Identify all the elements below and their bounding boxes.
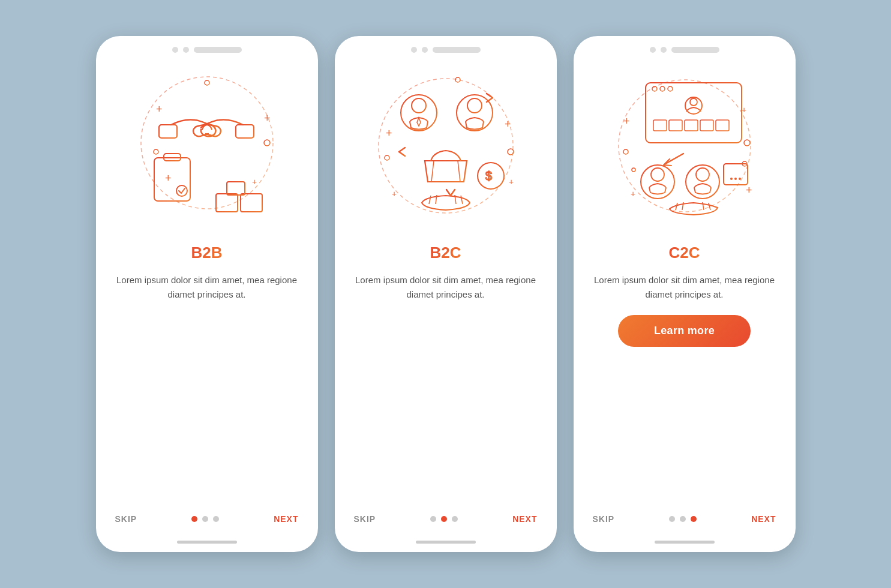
svg-text:+: + xyxy=(165,172,172,184)
status-bar xyxy=(194,47,242,53)
b2b-skip[interactable]: SKIP xyxy=(115,514,137,524)
learn-more-button[interactable]: Learn more xyxy=(618,315,751,347)
svg-line-87 xyxy=(682,202,683,210)
svg-text:+: + xyxy=(742,105,746,115)
status-dot-1 xyxy=(650,47,656,53)
b2c-dot-3 xyxy=(452,516,458,522)
b2c-next[interactable]: NEXT xyxy=(512,514,537,524)
b2b-dot-1 xyxy=(191,516,197,522)
svg-point-0 xyxy=(141,77,273,209)
svg-point-33 xyxy=(385,155,389,160)
svg-text:+: + xyxy=(264,112,271,124)
c2c-dot-2 xyxy=(680,516,686,522)
svg-rect-61 xyxy=(646,83,742,143)
b2c-illustration: + + + + xyxy=(362,65,530,233)
svg-line-51 xyxy=(461,196,463,204)
svg-point-15 xyxy=(176,185,187,196)
svg-point-41 xyxy=(467,98,482,113)
b2c-description: Lorem ipsum dolor sit dim amet, mea regi… xyxy=(335,273,557,302)
c2c-home-bar xyxy=(655,541,715,544)
svg-point-79 xyxy=(696,168,709,181)
status-dot-1 xyxy=(411,47,417,53)
b2b-dot-2 xyxy=(202,516,208,522)
status-dot-2 xyxy=(183,47,189,53)
svg-rect-75 xyxy=(716,120,729,131)
svg-point-7 xyxy=(205,80,209,85)
status-bar xyxy=(671,47,719,53)
b2c-dot-2 xyxy=(441,516,447,522)
b2b-home-bar xyxy=(177,541,237,544)
status-dot-2 xyxy=(422,47,428,53)
svg-point-60 xyxy=(632,168,635,172)
b2c-dots xyxy=(430,516,458,522)
c2c-title: C2C xyxy=(668,244,700,262)
svg-text:+: + xyxy=(623,115,630,127)
phone-top-bar-b2b xyxy=(96,36,318,59)
svg-rect-74 xyxy=(700,120,713,131)
svg-line-48 xyxy=(429,196,431,204)
svg-rect-73 xyxy=(685,120,698,131)
svg-line-42 xyxy=(431,161,434,182)
phone-b2c: + + + + xyxy=(335,36,557,552)
b2b-dots xyxy=(191,516,219,522)
b2b-title: B2B xyxy=(191,244,222,262)
svg-text:+: + xyxy=(392,189,397,199)
b2b-next[interactable]: NEXT xyxy=(274,514,298,524)
svg-text:+: + xyxy=(156,103,163,115)
svg-text:+: + xyxy=(252,177,257,187)
c2c-dot-3 xyxy=(691,516,697,522)
b2b-nav: SKIP NEXT xyxy=(96,514,318,524)
svg-point-5 xyxy=(264,140,270,146)
status-bar xyxy=(433,47,481,53)
svg-line-86 xyxy=(676,203,677,210)
c2c-description: Lorem ipsum dolor sit dim amet, mea regi… xyxy=(574,273,796,302)
svg-rect-71 xyxy=(653,120,667,131)
svg-point-77 xyxy=(651,168,664,181)
svg-point-32 xyxy=(508,149,514,155)
c2c-illustration: + + + + xyxy=(601,65,769,233)
phone-c2c: + + + + xyxy=(574,36,796,552)
b2c-skip[interactable]: SKIP xyxy=(354,514,376,524)
phones-container: + + + + xyxy=(96,36,796,552)
svg-point-58 xyxy=(623,149,628,154)
status-dot-1 xyxy=(172,47,178,53)
c2c-skip[interactable]: SKIP xyxy=(593,514,615,524)
b2b-dot-3 xyxy=(213,516,219,522)
svg-text:+: + xyxy=(509,177,514,187)
status-dot-2 xyxy=(661,47,667,53)
svg-rect-9 xyxy=(236,125,254,138)
b2b-description: Lorem ipsum dolor sit dim amet, mea regi… xyxy=(96,273,318,302)
svg-text:+: + xyxy=(386,127,392,139)
svg-line-44 xyxy=(458,161,460,182)
svg-point-57 xyxy=(744,140,750,146)
svg-point-39 xyxy=(412,98,426,113)
svg-point-67 xyxy=(690,98,697,106)
svg-text:+: + xyxy=(505,118,511,130)
svg-text:$: $ xyxy=(485,169,492,182)
svg-rect-72 xyxy=(669,120,682,131)
phone-top-bar-b2c xyxy=(335,36,557,59)
phone-b2b: + + + + xyxy=(96,36,318,552)
svg-point-65 xyxy=(668,86,673,91)
b2c-title: B2C xyxy=(430,244,461,262)
b2c-home-bar xyxy=(416,541,476,544)
svg-line-89 xyxy=(709,203,710,210)
svg-point-6 xyxy=(154,149,158,154)
c2c-nav: SKIP NEXT xyxy=(574,514,796,524)
svg-point-52 xyxy=(619,80,751,212)
svg-point-85 xyxy=(739,178,741,180)
c2c-dot-1 xyxy=(669,516,675,522)
b2b-illustration: + + + + xyxy=(123,65,291,233)
b2c-dot-1 xyxy=(430,516,436,522)
c2c-next[interactable]: NEXT xyxy=(751,514,776,524)
c2c-dots xyxy=(669,516,697,522)
svg-text:+: + xyxy=(746,184,752,196)
svg-point-84 xyxy=(734,178,737,180)
svg-text:+: + xyxy=(631,189,635,199)
svg-rect-8 xyxy=(159,125,177,138)
phone-top-bar-c2c xyxy=(574,36,796,59)
svg-point-64 xyxy=(660,86,665,91)
svg-point-83 xyxy=(730,178,733,180)
svg-rect-10 xyxy=(154,158,190,201)
b2c-nav: SKIP NEXT xyxy=(335,514,557,524)
